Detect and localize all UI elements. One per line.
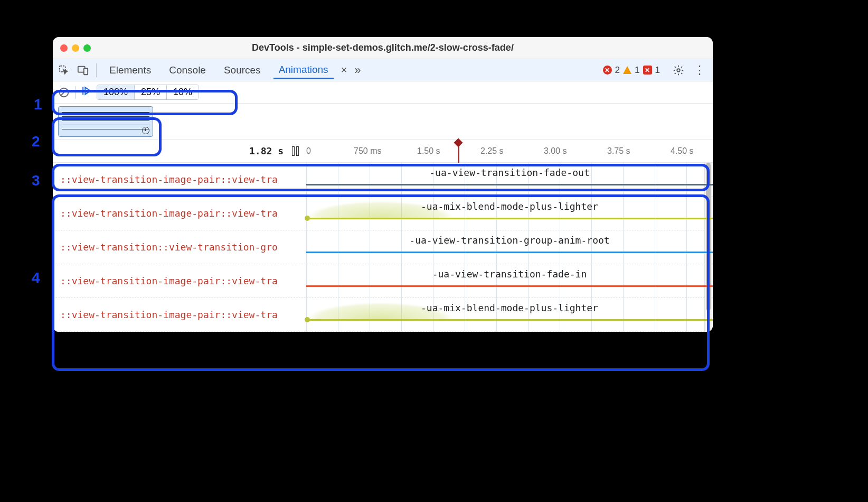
animation-track[interactable]: -ua-view-transition-group-anim-root [306,230,713,264]
animation-buffer-row [53,104,713,140]
animation-track[interactable]: -ua-view-transition-fade-out [306,163,713,196]
speed-25-button[interactable]: 25% [135,85,167,99]
animation-bar[interactable] [306,319,713,321]
animation-row[interactable]: ::view-transition-image-pair::view-tra-u… [53,163,713,197]
animation-bar[interactable] [306,252,713,253]
issue-counts[interactable]: ✕2 1 ✕1 [603,65,660,76]
warning-icon [623,66,631,74]
inspect-icon[interactable] [58,64,70,76]
error-icon: ✕ [603,66,612,75]
svg-marker-7 [85,87,90,94]
timeline-ruler[interactable]: 1.82 s 0 750 ms 1.50 s 2.25 s 3.00 s 3.7… [53,140,713,163]
tick-2: 1.50 s [417,146,440,156]
more-tabs-icon[interactable]: » [354,63,361,77]
tick-5: 3.75 s [607,146,630,156]
animation-row[interactable]: ::view-transition-image-pair::view-tra-u… [53,298,713,332]
animation-track[interactable]: -ua-view-transition-fade-in [306,264,713,298]
warning-count: 1 [635,65,639,76]
tick-3: 2.25 s [480,146,504,156]
animation-name-label: -ua-view-transition-group-anim-root [306,235,713,246]
clear-icon[interactable] [58,87,70,98]
svg-point-3 [677,69,680,72]
error-count: 2 [615,65,620,76]
animation-element-name[interactable]: ::view-transition-image-pair::view-tra [53,163,306,196]
issues-count: 1 [655,65,660,76]
tick-0: 0 [306,146,311,156]
speed-10-button[interactable]: 10% [167,85,199,99]
window-title: DevTools - simple-set-demos.glitch.me/2-… [53,42,713,53]
annotation-4: 4 [32,269,40,286]
animation-name-label: -ua-mix-blend-mode-plus-lighter [306,201,713,212]
clock-icon [142,127,149,134]
speed-100-button[interactable]: 100% [97,85,135,99]
animation-track[interactable]: -ua-mix-blend-mode-plus-lighter [306,197,713,230]
device-toggle-icon[interactable] [77,64,89,76]
animation-bar[interactable] [306,285,713,287]
tick-1: 750 ms [354,146,381,156]
annotation-2: 2 [32,133,40,150]
animation-element-name[interactable]: ::view-transition-image-pair::view-tra [53,264,306,298]
play-icon[interactable] [81,86,91,99]
annotation-3: 3 [32,172,40,189]
svg-rect-2 [84,68,88,75]
animation-element-name[interactable]: ::view-transition-image-pair::view-tra [53,197,306,230]
tick-6: 4.50 s [671,146,694,156]
ruler-grid[interactable]: 0 750 ms 1.50 s 2.25 s 3.00 s 3.75 s 4.5… [306,140,713,162]
current-time-label: 1.82 s [249,145,284,156]
tab-elements[interactable]: Elements [104,61,156,79]
close-tab-icon[interactable]: × [341,64,347,76]
animation-name-label: -ua-view-transition-fade-out [306,167,713,178]
annotation-1: 1 [34,96,42,113]
pause-icon[interactable] [292,146,299,156]
animation-name-label: -ua-mix-blend-mode-plus-lighter [306,302,713,313]
svg-line-5 [61,89,68,96]
issues-icon: ✕ [643,66,652,75]
tab-console[interactable]: Console [164,61,211,79]
animation-element-name[interactable]: ::view-transition::view-transition-gro [53,230,306,264]
animation-row[interactable]: ::view-transition-image-pair::view-tra-u… [53,197,713,230]
devtools-window: DevTools - simple-set-demos.glitch.me/2-… [53,37,713,332]
animation-rows: ::view-transition-image-pair::view-tra-u… [53,163,713,332]
tab-sources[interactable]: Sources [219,61,266,79]
animation-bar[interactable] [306,218,713,219]
tab-animations[interactable]: Animations [273,61,334,79]
animation-group-thumbnail[interactable] [58,106,153,137]
kebab-menu-icon[interactable]: ⋮ [692,63,707,77]
animation-row[interactable]: ::view-transition-image-pair::view-tra-u… [53,264,713,298]
animation-element-name[interactable]: ::view-transition-image-pair::view-tra [53,298,306,331]
animation-name-label: -ua-view-transition-fade-in [306,268,713,280]
speed-buttons: 100% 25% 10% [97,85,199,100]
settings-icon[interactable] [673,64,684,76]
animation-bar[interactable] [306,184,713,185]
titlebar: DevTools - simple-set-demos.glitch.me/2-… [53,37,713,59]
tick-4: 3.00 s [544,146,567,156]
animation-row[interactable]: ::view-transition::view-transition-gro-u… [53,230,713,264]
animation-track[interactable]: -ua-mix-blend-mode-plus-lighter [306,298,713,331]
animation-toolbar: 100% 25% 10% [53,81,713,104]
tabstrip: Elements Console Sources Animations × » … [53,59,713,81]
